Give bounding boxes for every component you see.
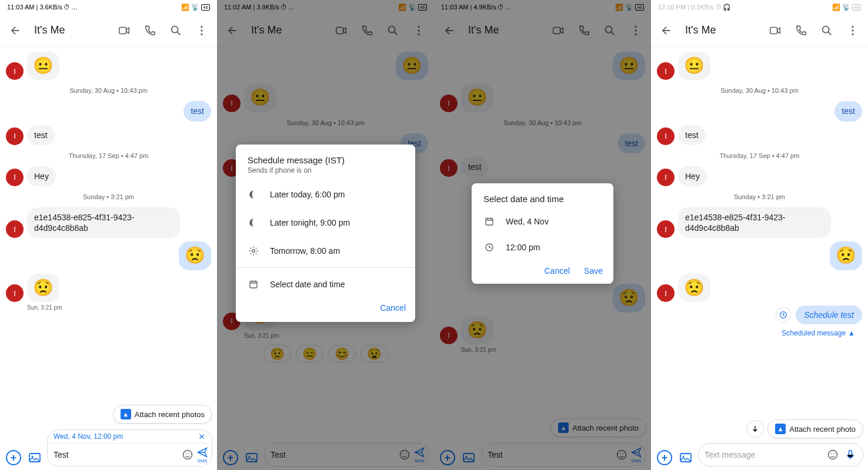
message-bubble[interactable]: 😟 — [179, 241, 211, 270]
gear-icon — [248, 245, 259, 257]
cancel-button[interactable]: Cancel — [544, 266, 570, 276]
send-button[interactable]: SMS — [196, 446, 208, 464]
message-row[interactable]: I😟 — [657, 274, 862, 302]
chevron-up-icon: ▲ — [848, 329, 855, 337]
chat-title[interactable]: It's Me — [29, 24, 110, 36]
more-button[interactable] — [190, 19, 213, 42]
app-bar: It's Me — [651, 14, 868, 47]
message-row[interactable]: test — [657, 101, 862, 121]
voice-call-button[interactable] — [138, 19, 162, 42]
message-bubble[interactable]: 😟 — [27, 274, 59, 302]
add-button[interactable]: + — [5, 449, 22, 466]
status-bar: 11:03 AM | 3.6KB/s⏱… 📶📡46 — [0, 0, 217, 14]
schedule-option-tonight[interactable]: Later tonight, 9:00 pm — [236, 209, 415, 237]
message-input[interactable]: Test — [54, 450, 179, 459]
message-bubble[interactable]: Hey — [27, 166, 56, 186]
message-bubble[interactable]: e1e14538-e825-4f31-9423-d4d9c4c8b8ab — [678, 207, 831, 238]
more-button[interactable] — [841, 19, 864, 42]
message-bubble[interactable]: 😟 — [678, 274, 710, 302]
message-bubble[interactable]: test — [183, 101, 211, 121]
scheduled-message-bubble[interactable]: Schedule test — [796, 306, 862, 324]
message-row[interactable]: Itest — [657, 125, 862, 145]
chat-title[interactable]: It's Me — [680, 24, 761, 36]
message-input[interactable]: Text message — [705, 450, 824, 459]
scheduled-message-row[interactable]: Schedule test — [657, 306, 862, 324]
composer: + Wed, 4 Nov, 12:00 pm Test SMS — [0, 426, 217, 470]
photo-icon: ▲ — [121, 409, 131, 419]
avatar[interactable]: I — [6, 62, 24, 80]
dialog-title: Schedule message (IST) — [236, 155, 415, 165]
back-button[interactable] — [4, 19, 27, 42]
time-row[interactable]: 12:00 pm — [472, 234, 613, 260]
avatar[interactable]: I — [657, 127, 675, 145]
datetime-dialog: Select date and time Wed, 4 Nov 12:00 pm… — [472, 183, 613, 284]
message-row[interactable]: I😐 — [657, 52, 862, 80]
message-row[interactable]: Itest — [6, 125, 211, 145]
avatar[interactable]: I — [657, 284, 675, 302]
message-row[interactable]: test — [6, 101, 211, 121]
avatar[interactable]: I — [6, 284, 24, 302]
alarm-icon: ⏱ — [64, 4, 70, 11]
emoji-button[interactable] — [824, 446, 842, 464]
date-row[interactable]: Wed, 4 Nov — [472, 209, 613, 234]
status-time: 12:10 PM | 0.1KB/s — [658, 4, 714, 11]
moon-icon — [248, 217, 259, 229]
avatar[interactable]: I — [6, 169, 24, 186]
scheduled-label[interactable]: Scheduled message▲ — [657, 328, 862, 338]
schedule-option-later-today[interactable]: Later today, 6:00 pm — [236, 180, 415, 209]
photo-icon: ▲ — [775, 424, 786, 434]
attach-photos-chip[interactable]: ▲Attach recent photo — [767, 419, 863, 438]
schedule-option-pick[interactable]: Select date and time — [236, 270, 415, 298]
scroll-down-button[interactable] — [746, 420, 764, 438]
attach-photos-chip[interactable]: ▲Attach recent photos — [113, 405, 212, 424]
add-button[interactable]: + — [656, 449, 673, 466]
avatar[interactable]: I — [6, 127, 24, 145]
message-bubble[interactable]: test — [834, 101, 862, 121]
message-time: Sun, 3:21 pm — [27, 304, 211, 311]
message-input-box: Wed, 4 Nov, 12:00 pm Test SMS — [47, 429, 212, 466]
avatar[interactable]: I — [657, 169, 675, 186]
schedule-option-tomorrow[interactable]: Tomorrow, 8:00 am — [236, 237, 415, 265]
message-bubble[interactable]: test — [678, 125, 706, 145]
date-divider: Sunday, 30 Aug • 10:43 pm — [657, 87, 862, 94]
message-list[interactable]: I😐 Sunday, 30 Aug • 10:43 pm test Itest … — [651, 47, 868, 418]
message-row[interactable]: IHey — [6, 166, 211, 186]
save-button[interactable]: Save — [584, 266, 603, 276]
calendar-icon — [248, 278, 259, 290]
message-row[interactable]: I😐 — [6, 52, 211, 80]
back-button[interactable] — [655, 19, 678, 42]
emoji-button[interactable] — [179, 446, 196, 464]
schedule-banner[interactable]: Wed, 4 Nov, 12:00 pm — [48, 430, 212, 444]
search-button[interactable] — [815, 19, 839, 42]
message-bubble[interactable]: e1e14538-e825-4f31-9423-d4d9c4c8b8ab — [27, 207, 180, 238]
status-bar: 12:10 PM | 0.1KB/s⏱🎧 📶📡46 — [651, 0, 868, 14]
message-row[interactable]: Ie1e14538-e825-4f31-9423-d4d9c4c8b8ab — [6, 207, 211, 238]
avatar[interactable]: I — [657, 220, 675, 238]
message-bubble[interactable]: 😐 — [27, 52, 59, 80]
cancel-button[interactable]: Cancel — [380, 303, 406, 313]
gallery-button[interactable] — [26, 449, 44, 466]
avatar[interactable]: I — [657, 62, 675, 80]
message-list[interactable]: I😐 Sunday, 30 Aug • 10:43 pm test Itest … — [0, 47, 217, 402]
battery-icon: 46 — [201, 4, 210, 11]
video-call-button[interactable] — [763, 19, 787, 42]
message-bubble[interactable]: 😐 — [678, 52, 710, 80]
mic-button[interactable] — [842, 446, 859, 464]
message-row[interactable]: IHey — [657, 166, 862, 186]
message-bubble[interactable]: Hey — [678, 166, 707, 186]
gallery-button[interactable] — [677, 449, 695, 466]
message-row[interactable]: 😟 — [6, 241, 211, 270]
message-bubble[interactable]: 😟 — [830, 241, 862, 270]
voice-call-button[interactable] — [789, 19, 813, 42]
message-row[interactable]: 😟 — [657, 241, 862, 270]
clock-icon — [776, 307, 791, 323]
signal-icon: 📶 — [181, 4, 189, 11]
message-bubble[interactable]: test — [27, 125, 55, 145]
message-row[interactable]: I😟 — [6, 274, 211, 302]
avatar[interactable]: I — [6, 220, 24, 238]
close-schedule-icon[interactable] — [198, 432, 206, 441]
message-row[interactable]: Ie1e14538-e825-4f31-9423-d4d9c4c8b8ab — [657, 207, 862, 238]
search-button[interactable] — [164, 19, 188, 42]
dialog-title: Select date and time — [472, 194, 613, 209]
video-call-button[interactable] — [112, 19, 136, 42]
